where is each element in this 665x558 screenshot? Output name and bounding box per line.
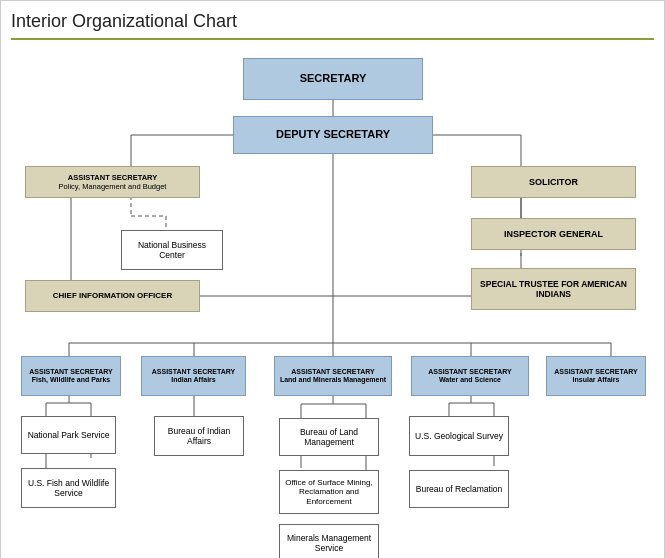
minerals-mgmt-box: Minerals Management Service xyxy=(279,524,379,558)
bureau-reclamation-box: Bureau of Reclamation xyxy=(409,470,509,508)
fish-wildlife-box: U.S. Fish and Wildlife Service xyxy=(21,468,116,508)
inspector-general-box: INSPECTOR GENERAL xyxy=(471,218,636,250)
deputy-secretary-box: DEPUTY SECRETARY xyxy=(233,116,433,154)
asst-sec-insular-box: ASSISTANT SECRETARY Insular Affairs xyxy=(546,356,646,396)
bureau-indian-box: Bureau of Indian Affairs xyxy=(154,416,244,456)
solicitor-box: SOLICITOR xyxy=(471,166,636,198)
asst-sec-fwp-box: ASSISTANT SECRETARY Fish, Wildlife and P… xyxy=(21,356,121,396)
asst-sec-lmm-box: ASSISTANT SECRETARY Land and Minerals Ma… xyxy=(274,356,392,396)
chief-info-officer-box: CHIEF INFORMATION OFFICER xyxy=(25,280,200,312)
secretary-box: SECRETARY xyxy=(243,58,423,100)
asst-sec-pmb-box: ASSISTANT SECRETARY Policy, Management a… xyxy=(25,166,200,198)
national-business-center-box: National Business Center xyxy=(121,230,223,270)
national-park-box: National Park Service xyxy=(21,416,116,454)
us-geological-box: U.S. Geological Survey xyxy=(409,416,509,456)
asst-sec-ws-box: ASSISTANT SECRETARY Water and Science xyxy=(411,356,529,396)
asst-sec-ia-box: ASSISTANT SECRETARY Indian Affairs xyxy=(141,356,246,396)
bureau-land-box: Bureau of Land Management xyxy=(279,418,379,456)
special-trustee-box: SPECIAL TRUSTEE FOR AMERICAN INDIANS xyxy=(471,268,636,310)
page-title: Interior Organizational Chart xyxy=(11,11,654,40)
office-surface-box: Office of Surface Mining, Reclamation an… xyxy=(279,470,379,514)
